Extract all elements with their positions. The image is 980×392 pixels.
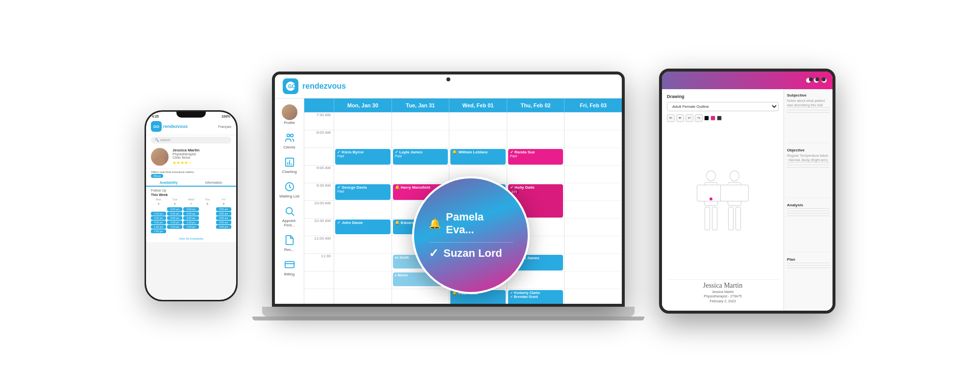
tablet-camera-area xyxy=(809,77,826,81)
document-icon xyxy=(283,233,296,247)
phone-claims-badge[interactable]: Show xyxy=(151,174,163,178)
nav-item-clients[interactable]: Clients xyxy=(277,129,302,151)
phone-logo: GO rendezvous xyxy=(151,121,188,132)
signature-info: Jessica Martin Physiotherapist - 279475 … xyxy=(669,290,777,304)
popup-pamela[interactable]: 🔔 Pamela Eva... xyxy=(429,207,513,243)
laptop-base-bottom xyxy=(252,317,644,320)
appt-randa[interactable]: ✓ Randa Sue Paid xyxy=(508,149,564,165)
cal-day-wed: Wed, Feb 01 xyxy=(449,98,507,112)
tablet-cam-dot-2 xyxy=(815,77,819,81)
nav-label-profile: Profile xyxy=(284,121,295,125)
pen-tool[interactable]: ✒ xyxy=(676,114,684,122)
nav-label-clients: Clients xyxy=(283,145,295,149)
phone-search-field[interactable]: 🔍 search xyxy=(151,137,231,144)
nav-profile-avatar xyxy=(282,104,297,120)
phone-stars: ★★★★☆ xyxy=(172,160,231,165)
laptop-base xyxy=(262,307,635,317)
phone-day-tue: Tue xyxy=(167,198,182,201)
tablet-drawing-area: Drawing Adult Female Outline ✏ ✒ ↩ ↪ xyxy=(662,89,784,311)
nav-label-charting: Charting xyxy=(282,170,296,174)
time-730: 7:30 AM xyxy=(304,112,334,130)
nav-item-billing[interactable]: Billing xyxy=(277,256,302,278)
soap-analysis: Analysis xyxy=(787,203,830,253)
body-figures xyxy=(704,171,741,230)
chart-icon xyxy=(283,155,296,169)
app-logo-icon: GO xyxy=(283,78,298,94)
appt-kiera[interactable]: ✓ Kiera Byrne Paid xyxy=(335,149,391,165)
tablet-content: Drawing Adult Female Outline ✏ ✒ ↩ ↪ xyxy=(662,89,833,311)
phone-device: 4:25 100% GO rendezvous Français 🔍 searc… xyxy=(145,110,238,301)
phone-view-all[interactable]: View All Availability xyxy=(146,235,236,242)
phone-search-bar: 🔍 search xyxy=(146,135,236,145)
phone-screen: 4:25 100% GO rendezvous Français 🔍 searc… xyxy=(146,112,236,300)
phone-tab-availability[interactable]: Availability xyxy=(146,179,191,187)
redo-tool[interactable]: ↪ xyxy=(695,114,703,122)
color-dark[interactable] xyxy=(717,116,722,121)
nav-item-receipts[interactable]: Rec... xyxy=(277,231,302,254)
nav-item-waiting[interactable]: Waiting List xyxy=(277,178,302,200)
cal-day-mon: Mon, Jan 30 xyxy=(334,98,392,112)
go-logo-icon: GO xyxy=(151,121,162,132)
phone-provider-avatar xyxy=(151,148,169,166)
body-leg-right-back xyxy=(735,207,741,230)
nav-label-appts: Appoint. Find... xyxy=(278,219,301,227)
cal-day-tue: Tue, Jan 31 xyxy=(392,98,449,112)
appointment-popup[interactable]: 🔔 Pamela Eva... ✓ Suzan Lord xyxy=(412,176,530,294)
body-leg-right-front xyxy=(712,207,717,230)
body-diagram xyxy=(667,125,779,276)
pencil-tool[interactable]: ✏ xyxy=(667,114,675,122)
nav-label-billing: Billing xyxy=(284,272,294,276)
phone-day-mon: Mon xyxy=(151,198,166,201)
day-col-fri[interactable] xyxy=(564,112,622,304)
phone-profile-section: Jessica Martin Physiotherapist Clinic Mo… xyxy=(146,145,236,169)
tablet-device: Drawing Adult Female Outline ✏ ✒ ↩ ↪ xyxy=(659,69,835,314)
color-pink[interactable] xyxy=(710,116,715,121)
phone-tab-information[interactable]: Information xyxy=(191,179,236,186)
svg-point-2 xyxy=(287,134,290,137)
popup-suzan[interactable]: ✓ Suzan Lord xyxy=(429,243,513,264)
time-930: 9:30 AM xyxy=(304,183,334,200)
bell-icon: 🔔 xyxy=(429,218,441,229)
soap-subjective: Subjective Notes about what patient was … xyxy=(787,93,830,143)
undo-tool[interactable]: ↩ xyxy=(686,114,693,122)
time-1000: 10:00 AM xyxy=(304,200,334,218)
phone-tabs: Availability Information xyxy=(146,179,236,187)
phone-day-dates: 5 6 7 8 9 xyxy=(151,202,231,205)
phone-day-fri: Fri xyxy=(216,198,231,201)
phone-claims: Offers real-time insurance claims Show xyxy=(146,169,236,179)
time-1030: 10:30 AM xyxy=(304,218,334,236)
body-legs-front xyxy=(705,207,717,230)
search-icon xyxy=(283,204,296,218)
phone-followup: Follow Up This Week Mon Tue Wed Thu Fri … xyxy=(146,187,236,235)
injury-dot-front xyxy=(710,197,712,200)
appt-kimberly[interactable]: ✓ Kimberly Clarke ✓ Brendan Grant xyxy=(508,290,564,304)
body-front xyxy=(704,171,718,230)
appt-layla[interactable]: ✓ Layla James Paid xyxy=(393,149,448,165)
color-black[interactable] xyxy=(704,116,709,121)
nav-item-charting[interactable]: Charting xyxy=(277,153,302,176)
tablet-cam-dot-3 xyxy=(822,77,826,81)
phone-time: 4:25 xyxy=(152,115,159,118)
time-1130: 11:30 xyxy=(304,253,334,271)
tablet-cam-dot-1 xyxy=(809,77,813,81)
cal-day-fri: Fri, Feb 03 xyxy=(564,98,622,112)
body-back xyxy=(728,171,741,230)
subjective-label: Subjective xyxy=(787,93,830,98)
phone-logo-text: rendezvous xyxy=(163,124,188,129)
appt-william[interactable]: 🔔 William Leblanc xyxy=(450,149,506,165)
soap-plan: Plan xyxy=(787,257,830,307)
appt-george[interactable]: ✓ George Davis Paid xyxy=(335,184,391,200)
day-col-mon[interactable]: ✓ Kiera Byrne Paid ✓ George Davis P xyxy=(334,112,392,304)
waiting-icon xyxy=(283,180,296,194)
nav-item-appointments[interactable]: Appoint. Find... xyxy=(277,202,302,229)
nav-item-profile[interactable]: Profile xyxy=(277,102,302,127)
appt-john[interactable]: ✓ John Daule xyxy=(335,220,391,234)
signature-script: Jessica Martin xyxy=(669,282,777,290)
drawing-select[interactable]: Adult Female Outline xyxy=(667,102,779,111)
phone-slots-grid: 2:00 pm 3:00 pm 4:00 pm 1:00 pm 2:00 pm … xyxy=(151,207,231,233)
popup-pamela-name: Pamela Eva... xyxy=(446,211,513,236)
laptop-wrapper: GO rendezvous Profile xyxy=(252,72,644,320)
body-torso-back xyxy=(728,182,741,206)
cal-day-thu: Thu, Feb 02 xyxy=(507,98,564,112)
phone-header: GO rendezvous Français xyxy=(146,119,236,135)
